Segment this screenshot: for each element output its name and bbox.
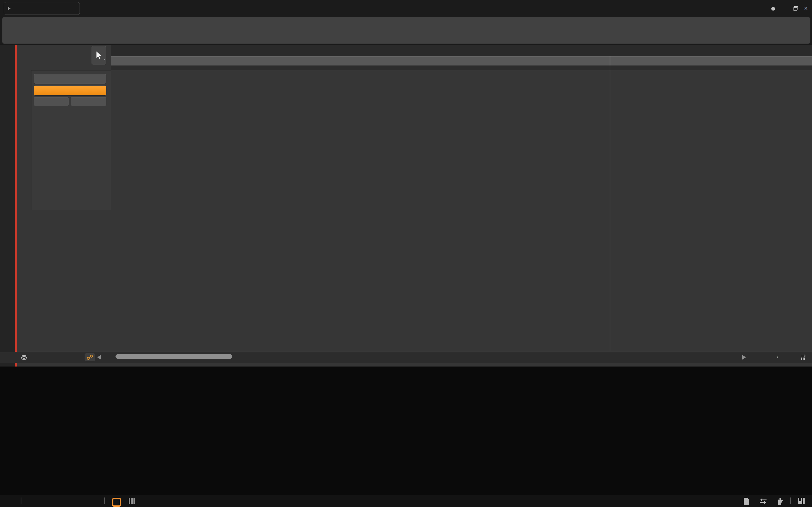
chevron-up-icon: ▲ [776,355,779,358]
bitwig-logo [400,5,414,12]
track-color-bar [15,45,17,367]
scroll-left-icon[interactable] [97,355,101,360]
grid-zoom-value[interactable]: ▲ [776,354,779,359]
close-window-icon[interactable]: × [804,5,808,12]
hand-icon[interactable] [776,498,783,505]
beat-strip [111,65,812,70]
single-panel-icon[interactable] [112,498,121,507]
scroll-right-icon[interactable] [742,355,746,360]
comp-clip-row[interactable] [111,70,812,209]
h-scrollbar-thumb[interactable] [115,354,232,359]
editor-panel: ▾ ▲ [0,44,812,367]
restore-window-icon[interactable] [794,6,798,11]
project-tab[interactable] [4,2,80,15]
device-panel [0,367,812,495]
onsets-button[interactable] [71,97,106,106]
notification-dot[interactable] [771,7,775,11]
tool-selector-button[interactable]: ▾ [92,46,106,65]
bitwig-window: × ▾ [0,0,812,507]
divider [790,498,791,504]
left-tab-strip [0,45,15,367]
playhead[interactable] [610,56,610,351]
timeline-ruler[interactable] [111,45,812,56]
transport-controls [0,17,812,43]
piano-icon[interactable] [798,498,805,504]
take-lanes [17,211,812,351]
swap-icon[interactable] [759,498,767,504]
grid-settings-icon[interactable] [800,354,807,360]
divider [20,498,21,504]
link-takes-icon [85,353,95,361]
mini-tools-row [34,109,107,117]
page-icon[interactable] [743,498,750,505]
tab-play-icon[interactable] [8,7,11,10]
stretch-button[interactable] [34,97,69,106]
chevron-down-icon: ▾ [104,58,105,61]
divider [104,498,105,504]
audio-events-button[interactable] [34,74,106,84]
comping-button[interactable] [34,86,106,96]
cursor-icon [95,52,102,59]
status-bar [0,495,812,507]
multi-panel-icon[interactable] [129,498,135,504]
clip-span-bar[interactable] [111,56,812,66]
editor-bottom-row: ▲ [0,352,812,363]
titlebar: × [0,0,812,17]
link-button[interactable] [85,353,95,361]
layers-icon[interactable] [20,354,28,361]
